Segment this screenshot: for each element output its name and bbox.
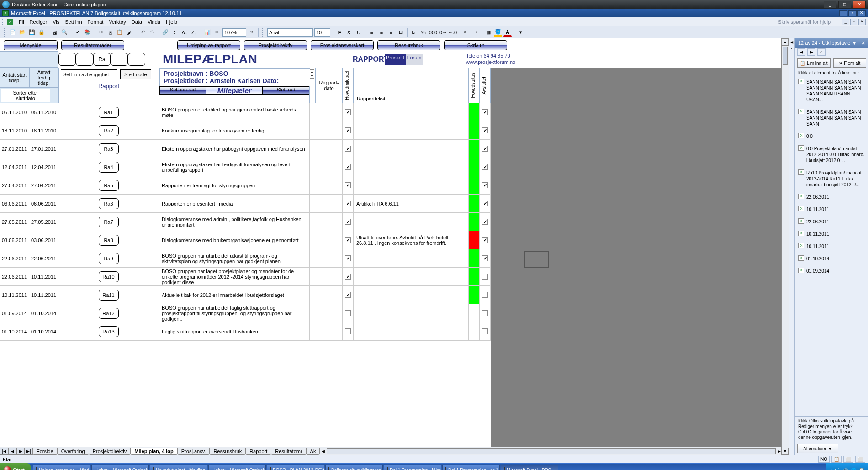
chart-icon[interactable]: 📊 bbox=[203, 28, 212, 37]
checkbox[interactable] bbox=[482, 274, 488, 280]
cell-description[interactable]: Rapporten er fremlagt for styringsgruppe… bbox=[159, 176, 310, 194]
cell-end-date[interactable]: 06.06.2011 bbox=[29, 195, 58, 212]
decrease-decimal-icon[interactable]: ←.0 bbox=[448, 28, 456, 37]
clipboard-item[interactable]: X22.06.2011 bbox=[797, 217, 866, 227]
scroll-down-icon[interactable]: ▼ bbox=[782, 448, 789, 455]
cell-description[interactable]: BOSO gruppen er etablert og har gjennomf… bbox=[159, 103, 310, 121]
taskpane-back-icon[interactable]: ◀ bbox=[797, 48, 805, 56]
checkbox[interactable]: ✔ bbox=[482, 201, 488, 206]
scroll-up-icon[interactable]: ▲ bbox=[782, 38, 789, 46]
cell-status[interactable] bbox=[469, 231, 480, 249]
taskbar-item[interactable]: Halden kommune - Wind... bbox=[33, 465, 90, 470]
cell-start-date[interactable]: 03.06.2011 bbox=[0, 231, 29, 249]
checkbox[interactable]: ✔ bbox=[345, 182, 351, 188]
tray-icon-1[interactable]: 🛡 bbox=[835, 468, 840, 470]
checkbox[interactable]: ✔ bbox=[482, 237, 488, 243]
tab-first-icon[interactable]: |◀ bbox=[0, 448, 8, 455]
start-button[interactable]: Start bbox=[0, 463, 31, 470]
cell-report-date[interactable] bbox=[315, 195, 343, 212]
cell-description[interactable]: Konkurransegrunnlag for foranalysen er f… bbox=[159, 121, 310, 139]
delete-node-button[interactable]: Slett node bbox=[120, 69, 151, 79]
minimize-button[interactable]: _ bbox=[824, 1, 836, 8]
checkbox[interactable] bbox=[345, 310, 351, 316]
comma-icon[interactable]: 000 bbox=[429, 28, 437, 37]
font-size-combo[interactable] bbox=[314, 28, 330, 37]
menu-vis[interactable]: Vis bbox=[50, 18, 62, 26]
sort-desc-icon[interactable]: Z↓ bbox=[190, 28, 198, 37]
nav-skrivut[interactable]: Skriv ut bbox=[444, 40, 507, 50]
cell-report-date[interactable] bbox=[315, 103, 343, 121]
clipboard-item[interactable]: XSANN SANN SANN SANN SANN SANN SANN SANN… bbox=[797, 77, 866, 105]
bold-icon[interactable]: F bbox=[335, 28, 344, 37]
floating-shape[interactable] bbox=[524, 251, 549, 268]
toolbar-grip-3[interactable] bbox=[262, 28, 265, 37]
filter-box-5[interactable] bbox=[128, 53, 145, 66]
cell-status[interactable] bbox=[469, 268, 480, 285]
cell-report-date[interactable] bbox=[315, 249, 343, 267]
taskpane-home-icon[interactable]: ⌂ bbox=[817, 48, 826, 56]
toolbar-options-icon[interactable]: ▾ bbox=[517, 28, 525, 37]
cell-report-text[interactable] bbox=[354, 176, 469, 194]
cell-description[interactable]: Rapporten er presentert i media bbox=[159, 195, 310, 212]
close-button[interactable]: ✕ bbox=[853, 1, 866, 8]
filter-box-4[interactable] bbox=[111, 53, 128, 66]
fill-color-icon[interactable]: 🪣 bbox=[494, 28, 502, 37]
cell-report-date[interactable] bbox=[315, 231, 343, 249]
cell-start-date[interactable]: 27.04.2011 bbox=[0, 176, 29, 194]
filter-box-1[interactable] bbox=[58, 53, 76, 66]
toolbar-grip[interactable] bbox=[2, 19, 5, 25]
taskpane-dropdown-icon[interactable]: ▼ bbox=[852, 40, 857, 46]
currency-icon[interactable]: kr bbox=[410, 28, 418, 37]
ask-help-box[interactable]: Skriv spørsmål for hjelp bbox=[760, 19, 842, 25]
clipboard-item[interactable]: XSANN SANN SANN SANN SANN SANN SANN SANN… bbox=[797, 107, 866, 129]
horizontal-scrollbar[interactable] bbox=[327, 448, 776, 454]
checkbox[interactable]: ✔ bbox=[482, 127, 488, 133]
cell-report-text[interactable]: Artikkel i HA 6.6.11 bbox=[354, 195, 469, 212]
cell-end-date[interactable]: 12.04.2011 bbox=[29, 158, 58, 176]
excel-minimize-button[interactable]: _ bbox=[839, 10, 847, 16]
cell-report-date[interactable] bbox=[315, 213, 343, 231]
nav-utdyping[interactable]: Utdyping av rapport bbox=[177, 40, 240, 50]
workbook-minimize-button[interactable]: _ bbox=[842, 19, 849, 25]
checkbox[interactable]: ✔ bbox=[482, 109, 488, 115]
cut-icon[interactable]: ✂ bbox=[96, 28, 105, 37]
system-tray[interactable]: « 🛡 🔊 🌐 📋 bbox=[826, 463, 868, 470]
node-box[interactable]: Ra1 bbox=[99, 107, 119, 118]
cell-end-date[interactable]: 27.05.2011 bbox=[29, 213, 58, 231]
taskbar-item[interactable]: Inbox - Microsoft Outlook bbox=[91, 465, 149, 470]
cell-report-text[interactable] bbox=[354, 121, 469, 139]
tab-last-icon[interactable]: ▶| bbox=[25, 448, 33, 455]
research-icon[interactable]: 📚 bbox=[83, 28, 91, 37]
taskpane-fwd-icon[interactable]: ▶ bbox=[807, 48, 815, 56]
cell-report-text[interactable] bbox=[354, 158, 469, 176]
dependency-input[interactable] bbox=[61, 69, 117, 79]
cell-start-date[interactable]: 27.05.2011 bbox=[0, 213, 29, 231]
clear-all-button[interactable]: ✕Fjern alt bbox=[833, 58, 867, 68]
menu-settinn[interactable]: Sett inn bbox=[62, 18, 85, 26]
cell-start-date[interactable]: 27.01.2011 bbox=[0, 140, 29, 158]
menu-fil[interactable]: Fil bbox=[16, 18, 27, 26]
spellcheck-icon[interactable]: ✔ bbox=[74, 28, 82, 37]
checkbox[interactable]: ✔ bbox=[482, 255, 488, 261]
cell-end-date[interactable]: 03.06.2011 bbox=[29, 231, 58, 249]
nav-menyside[interactable]: Menyside bbox=[4, 40, 58, 50]
checkbox[interactable] bbox=[482, 292, 488, 298]
clipboard-item[interactable]: X0 0 Prosjektplan/ mandat 2012-2014 0 0 … bbox=[797, 144, 866, 165]
clipboard-item[interactable]: X0 0 bbox=[797, 132, 866, 141]
open-icon[interactable]: 📂 bbox=[18, 28, 26, 37]
checkbox[interactable]: ✔ bbox=[345, 164, 351, 170]
zoom-combo[interactable] bbox=[222, 28, 246, 37]
checkbox[interactable] bbox=[482, 328, 488, 334]
cell-description[interactable]: Faglig sluttrapport er oversendt Husbank… bbox=[159, 322, 310, 340]
align-left-icon[interactable]: ≡ bbox=[368, 28, 376, 37]
cell-report-text[interactable] bbox=[354, 286, 469, 304]
cell-report-text[interactable] bbox=[354, 268, 469, 285]
vertical-scrollbar[interactable]: ▲ ▼ bbox=[781, 38, 789, 455]
clipboard-item[interactable]: X10.11.2011 bbox=[797, 229, 866, 239]
checkbox[interactable]: ✔ bbox=[345, 255, 351, 261]
cell-end-date[interactable]: 18.11.2010 bbox=[29, 121, 58, 139]
menu-format[interactable]: Format bbox=[85, 18, 106, 26]
cell-report-date[interactable] bbox=[315, 304, 343, 322]
preview-icon[interactable]: 🔍 bbox=[60, 28, 69, 37]
toolbar-grip-2[interactable] bbox=[4, 28, 6, 37]
